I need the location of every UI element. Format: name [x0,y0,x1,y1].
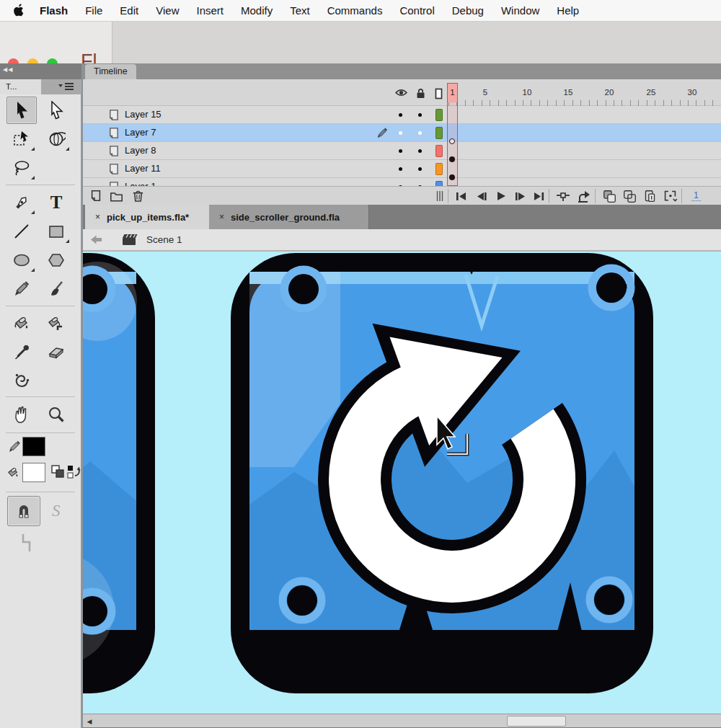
swap-colors-icon[interactable] [66,464,81,480]
go-to-first-frame-button[interactable] [452,189,469,203]
tool-flyout-indicator [66,147,69,151]
tool-ink-bottle[interactable] [41,310,71,337]
fill-color-swatch[interactable] [22,463,45,482]
tool-hand[interactable] [6,401,37,428]
layer-row-layer-7[interactable]: Layer 7 [81,124,721,142]
layer-lock-dot[interactable] [418,149,422,153]
layer-row-layer-11[interactable]: Layer 11 [81,160,721,178]
play-button[interactable] [492,189,510,203]
layer-row-layer-15[interactable]: Layer 15 [81,106,721,124]
panel-drag-handle[interactable] [436,191,443,201]
tool-eyedropper[interactable] [6,339,37,366]
layer-outline-color[interactable] [435,127,443,139]
tool-pen[interactable] [6,189,37,216]
collapse-panel-icon[interactable]: ◀◀ [3,66,13,73]
apple-menu-icon[interactable] [13,4,25,17]
tool-lasso[interactable] [6,154,37,182]
tab-tools[interactable]: T... [0,79,41,94]
layer-row-layer-1[interactable]: Layer 1 [81,178,721,186]
stroke-color-swatch[interactable] [22,437,45,456]
layer-lock-dot[interactable] [418,113,422,117]
layer-name: Layer 7 [125,127,156,138]
layer-lock-dot[interactable] [418,131,422,135]
snap-to-objects-toggle[interactable] [7,496,40,526]
menu-item-control[interactable]: Control [391,4,443,17]
stage-artwork [81,252,721,714]
loop-playback-button[interactable] [575,189,592,203]
tool-rectangle[interactable] [41,218,71,245]
playhead[interactable]: 1 [447,83,458,186]
new-layer-button[interactable] [87,189,105,203]
modify-markers-button[interactable] [661,189,678,203]
panel-menu-icon[interactable] [58,82,74,91]
menu-item-text[interactable]: Text [281,4,319,17]
close-tab-icon[interactable]: × [95,212,100,222]
step-forward-button[interactable] [511,189,528,203]
menu-item-edit[interactable]: Edit [111,4,147,17]
menu-item-debug[interactable]: Debug [443,4,492,17]
tool-selection[interactable] [6,97,37,124]
scrollbar-thumb[interactable] [507,716,566,727]
timeline-ruler[interactable]: 5 10 15 20 25 30 [81,79,721,106]
tools-panel: T... [0,79,81,728]
tool-brush[interactable] [41,275,71,303]
layer-visibility-dot[interactable] [399,149,402,153]
tool-zoom[interactable] [41,401,71,428]
tool-free-transform[interactable] [6,125,37,153]
edit-multiple-frames-button[interactable] [641,189,658,203]
layer-outline-color[interactable] [435,181,443,186]
layer-lock-dot[interactable] [418,167,422,171]
doc-tab-side-scroller-ground[interactable]: × side_scroller_ground.fla [209,205,369,229]
current-frame-indicator[interactable]: 1 [691,190,701,201]
doc-tab-pick-up-items[interactable]: × pick_up_items.fla* [85,205,209,229]
tool-line[interactable] [6,218,37,245]
lock-unlock-all-layers-icon[interactable] [415,88,426,99]
step-forward-icon [515,192,526,201]
show-hide-all-layers-icon[interactable] [395,88,407,97]
menu-item-help[interactable]: Help [548,4,588,17]
layer-outline-color[interactable] [435,145,443,157]
menu-item-view[interactable]: View [147,4,187,17]
tool-polystar[interactable] [41,247,71,274]
menu-item-flash[interactable]: Flash [31,4,76,17]
menu-item-file[interactable]: File [76,4,111,17]
delete-layer-button[interactable] [129,189,146,203]
onion-skin-button[interactable] [601,189,618,203]
tool-deco[interactable] [6,366,37,394]
layer-outline-color[interactable] [435,109,443,121]
back-button[interactable] [90,234,102,245]
tool-eraser[interactable] [41,339,71,366]
layer-visibility-dot[interactable] [399,113,402,117]
horizontal-scrollbar[interactable]: ◀ [81,714,721,728]
tool-3d-rotation[interactable] [41,125,71,153]
scroll-left-button[interactable]: ◀ [84,716,94,727]
tool-subselection[interactable] [41,97,71,124]
default-colors-icon[interactable] [50,464,65,480]
tab-timeline[interactable]: Timeline [85,64,136,79]
menu-item-commands[interactable]: Commands [319,4,392,17]
layer-outline-color[interactable] [435,163,443,175]
subselection-tool-icon [47,101,66,120]
close-tab-icon[interactable]: × [219,212,224,222]
stage-canvas[interactable] [81,252,721,714]
tool-text[interactable]: T [41,189,71,216]
center-frame-button[interactable] [554,189,572,203]
last-frame-icon [534,192,544,201]
layer-visibility-dot[interactable] [399,131,402,135]
tool-oval[interactable] [6,247,37,274]
new-folder-button[interactable] [107,189,125,203]
tool-paint-bucket[interactable] [6,310,37,337]
scene-breadcrumb[interactable]: Scene 1 [146,234,182,245]
menu-item-window[interactable]: Window [492,4,548,17]
status-bar-divider [681,189,682,203]
panel-splitter[interactable] [81,63,83,728]
layer-row-layer-8[interactable]: Layer 8 [81,142,721,160]
go-to-last-frame-button[interactable] [530,189,547,203]
menu-item-modify[interactable]: Modify [232,4,281,17]
tool-pencil[interactable] [6,275,37,303]
show-layers-as-outlines-icon[interactable] [435,88,443,99]
layer-visibility-dot[interactable] [399,167,402,171]
step-back-button[interactable] [472,189,490,203]
menu-item-insert[interactable]: Insert [187,4,232,17]
onion-skin-outlines-button[interactable] [621,189,638,203]
